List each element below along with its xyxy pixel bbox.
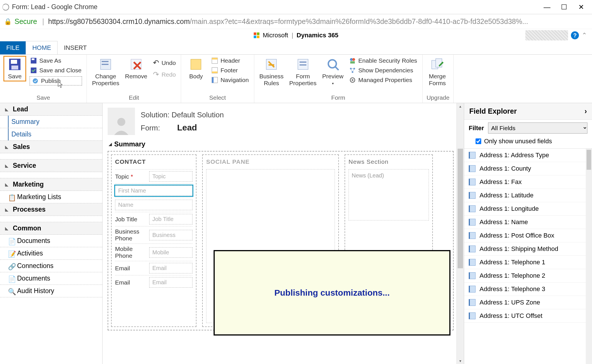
nav-processes[interactable]: Processes <box>0 203 102 216</box>
svg-rect-8 <box>102 61 108 62</box>
undo-button[interactable]: ↶ Undo <box>152 58 177 68</box>
field-list-item[interactable]: Address 1: Telephone 1 <box>464 256 592 269</box>
bphone-input[interactable]: Business <box>149 230 192 240</box>
field-list-item[interactable]: Address 1: Latitude <box>464 189 592 202</box>
first-name-input[interactable]: First Name <box>115 185 192 196</box>
change-properties-button[interactable]: Change Properties <box>91 56 120 88</box>
tab-file[interactable]: FILE <box>0 41 26 54</box>
field-email-2[interactable]: Email Email <box>115 275 192 289</box>
nav-common[interactable]: Common <box>0 222 102 235</box>
header-button[interactable]: Header <box>210 56 250 65</box>
mphone-input[interactable]: Mobile <box>149 247 192 258</box>
name-input[interactable]: Name <box>115 200 192 210</box>
nav-mktg-lists-label: Marketing Lists <box>17 193 61 201</box>
chevron-right-icon[interactable]: › <box>585 107 587 115</box>
form-properties-button[interactable]: Form Properties <box>288 56 318 88</box>
field-name[interactable]: Name <box>115 198 192 212</box>
scroll-up-icon[interactable]: ▴ <box>457 103 464 109</box>
ms-label: Microsoft <box>263 32 288 39</box>
field-job-title[interactable]: Job Title Job Title <box>115 212 192 226</box>
nav-connections-label: Connections <box>17 262 54 270</box>
business-rules-button[interactable]: Business Rules <box>258 56 285 88</box>
navigation-button[interactable]: Navigation <box>210 76 250 84</box>
merge-forms-button[interactable]: Merge Forms <box>427 56 448 88</box>
only-unused-input[interactable] <box>476 138 481 144</box>
user-identity-blurred[interactable] <box>525 30 568 40</box>
enable-security-roles-button[interactable]: Enable Security Roles <box>348 56 418 65</box>
nav-lead[interactable]: Lead <box>0 103 102 116</box>
merge-forms-label: Merge Forms <box>429 73 446 87</box>
topic-input[interactable]: Topic <box>149 171 192 182</box>
window-minimize-button[interactable]: — <box>538 1 556 13</box>
footer-icon <box>211 67 218 74</box>
field-list-item[interactable]: Address 1: UTC Offset <box>464 309 592 323</box>
save-and-close-button[interactable]: Save and Close <box>29 66 83 75</box>
nav-summary[interactable]: Summary <box>0 116 102 128</box>
show-dependencies-button[interactable]: Show Dependencies <box>348 66 418 75</box>
body-button[interactable]: Body <box>185 56 207 81</box>
contact-column[interactable]: CONTACT Topic * Topic First Name Name J <box>111 154 196 327</box>
field-business-phone[interactable]: Business Phone Business <box>115 226 192 244</box>
field-list-item[interactable]: Address 1: Post Office Box <box>464 229 592 242</box>
field-mobile-phone[interactable]: Mobile Phone Mobile <box>115 244 192 261</box>
nav-marketing-lists[interactable]: 📋Marketing Lists <box>0 191 102 203</box>
email-input[interactable]: Email <box>149 263 192 273</box>
filter-select[interactable]: All Fields <box>488 122 587 134</box>
field-first-name[interactable]: First Name <box>115 183 192 198</box>
scroll-thumb[interactable] <box>587 150 591 170</box>
jobtitle-input[interactable]: Job Title <box>149 214 192 224</box>
topic-label: Topic <box>115 173 129 180</box>
gear-icon <box>349 77 356 83</box>
tab-home[interactable]: HOME <box>26 41 58 54</box>
field-list-item[interactable]: Address 1: Shipping Method <box>464 242 592 256</box>
save-as-button[interactable]: Save As <box>29 56 83 65</box>
window-close-button[interactable]: ✕ <box>573 1 590 13</box>
section-summary-title[interactable]: Summary <box>109 140 454 148</box>
nav-service[interactable]: Service <box>0 159 102 172</box>
group-save-label: Save <box>4 93 83 102</box>
brand-bar: Microsoft | Dynamics 365 ? ⌃ <box>0 29 592 42</box>
nav-documents[interactable]: 📄Documents <box>0 235 102 247</box>
redo-button[interactable]: ↷ Redo <box>152 69 177 80</box>
field-list-scrollbar[interactable]: ▴ <box>586 149 592 364</box>
help-icon[interactable]: ? <box>571 31 579 39</box>
canvas-scrollbar[interactable]: ▴ ▾ <box>456 103 464 364</box>
field-email[interactable]: Email Email <box>115 261 192 275</box>
social-header: SOCIAL PANE <box>206 158 335 165</box>
remove-button[interactable]: Remove <box>124 56 148 81</box>
nav-audit-history[interactable]: 🔍Audit History <box>0 285 102 297</box>
nav-connections[interactable]: 🔗Connections <box>0 260 102 272</box>
nav-activities[interactable]: 📝Activities <box>0 247 102 260</box>
form-canvas[interactable]: Solution: Default Solution Form:Lead Sum… <box>103 103 456 364</box>
nav-marketing[interactable]: Marketing <box>0 178 102 191</box>
save-button[interactable]: Save <box>4 56 26 81</box>
news-box[interactable]: News (Lead) <box>349 169 429 220</box>
scroll-thumb[interactable] <box>458 149 463 268</box>
field-list-item[interactable]: Address 1: Longitude <box>464 202 592 216</box>
security-icon <box>349 57 356 64</box>
field-list-item[interactable]: Address 1: Address Type <box>464 149 592 162</box>
field-list-item[interactable]: Address 1: UPS Zone <box>464 296 592 309</box>
preview-button[interactable]: Preview▾ <box>321 56 345 87</box>
address-bar[interactable]: 🔒 Secure | https://sg807b5630304.crm10.d… <box>0 14 592 29</box>
scroll-down-icon[interactable]: ▾ <box>457 358 464 364</box>
chevron-up-icon[interactable]: ⌃ <box>582 32 587 39</box>
field-list-item[interactable]: Address 1: Name <box>464 216 592 229</box>
field-list-item[interactable]: Address 1: County <box>464 162 592 175</box>
nav-sales[interactable]: Sales <box>0 141 102 153</box>
only-unused-checkbox[interactable]: Only show unused fields <box>464 136 592 149</box>
footer-button[interactable]: Footer <box>210 66 250 75</box>
tab-insert[interactable]: INSERT <box>58 41 93 54</box>
nav-documents2[interactable]: 📄Documents <box>0 272 102 285</box>
loading-favicon-icon <box>2 4 9 11</box>
managed-properties-button[interactable]: Managed Properties <box>348 76 418 84</box>
publish-button[interactable]: Publish <box>29 76 83 86</box>
field-explorer-header[interactable]: Field Explorer › <box>464 103 592 120</box>
field-list-item[interactable]: Address 1: Telephone 3 <box>464 283 592 296</box>
field-topic[interactable]: Topic * Topic <box>115 169 192 183</box>
window-maximize-button[interactable]: ☐ <box>556 1 573 13</box>
field-list-item[interactable]: Address 1: Fax <box>464 175 592 189</box>
nav-details[interactable]: Details <box>0 128 102 141</box>
email2-input[interactable]: Email <box>149 277 192 288</box>
field-list-item[interactable]: Address 1: Telephone 2 <box>464 269 592 283</box>
